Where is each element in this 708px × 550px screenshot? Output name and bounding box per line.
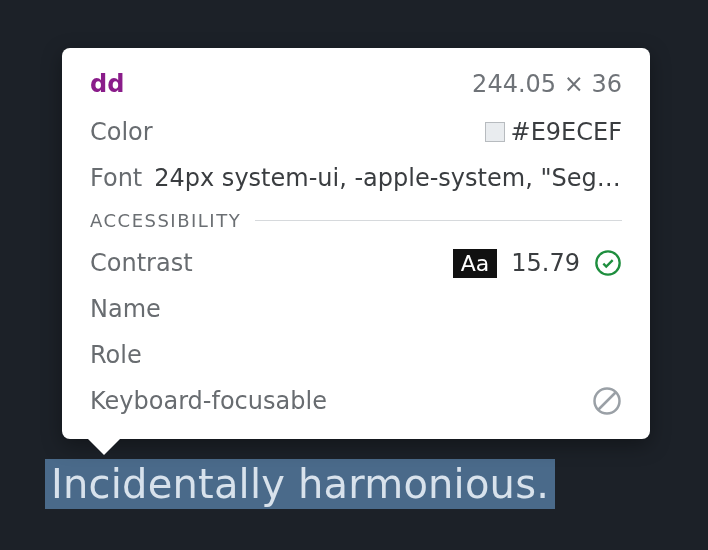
element-header-row: dd 244.05 × 36 xyxy=(90,66,622,102)
keyboard-focusable-label: Keyboard-focusable xyxy=(90,387,327,415)
element-tag-name: dd xyxy=(90,70,124,98)
font-value: 24px system-ui, -apple-system, "Segoe… xyxy=(154,164,622,192)
color-label: Color xyxy=(90,118,153,146)
contrast-value-group: Aa 15.79 xyxy=(453,249,622,278)
color-swatch-icon xyxy=(485,122,505,142)
name-row: Name xyxy=(90,291,622,327)
not-allowed-icon xyxy=(592,386,622,416)
contrast-row: Contrast Aa 15.79 xyxy=(90,245,622,281)
name-label: Name xyxy=(90,295,161,323)
keyboard-focusable-row: Keyboard-focusable xyxy=(90,383,622,419)
contrast-ratio: 15.79 xyxy=(511,249,580,277)
inspected-text[interactable]: Incidentally harmonious. xyxy=(45,459,555,509)
check-circle-icon xyxy=(594,249,622,277)
divider xyxy=(255,220,622,221)
contrast-label: Contrast xyxy=(90,249,193,277)
role-label: Role xyxy=(90,341,142,369)
accessibility-title: ACCESSIBILITY xyxy=(90,210,241,231)
color-value: #E9ECEF xyxy=(485,118,622,146)
color-row: Color #E9ECEF xyxy=(90,114,622,150)
contrast-sample-badge: Aa xyxy=(453,249,498,278)
color-hex: #E9ECEF xyxy=(511,118,622,146)
element-inspector-tooltip: dd 244.05 × 36 Color #E9ECEF Font 24px s… xyxy=(62,48,650,439)
accessibility-section-header: ACCESSIBILITY xyxy=(90,210,622,231)
svg-line-2 xyxy=(598,392,616,410)
role-row: Role xyxy=(90,337,622,373)
font-row: Font 24px system-ui, -apple-system, "Seg… xyxy=(90,160,622,196)
svg-point-0 xyxy=(596,251,619,274)
font-label: Font xyxy=(90,164,142,192)
element-dimensions: 244.05 × 36 xyxy=(472,70,622,98)
